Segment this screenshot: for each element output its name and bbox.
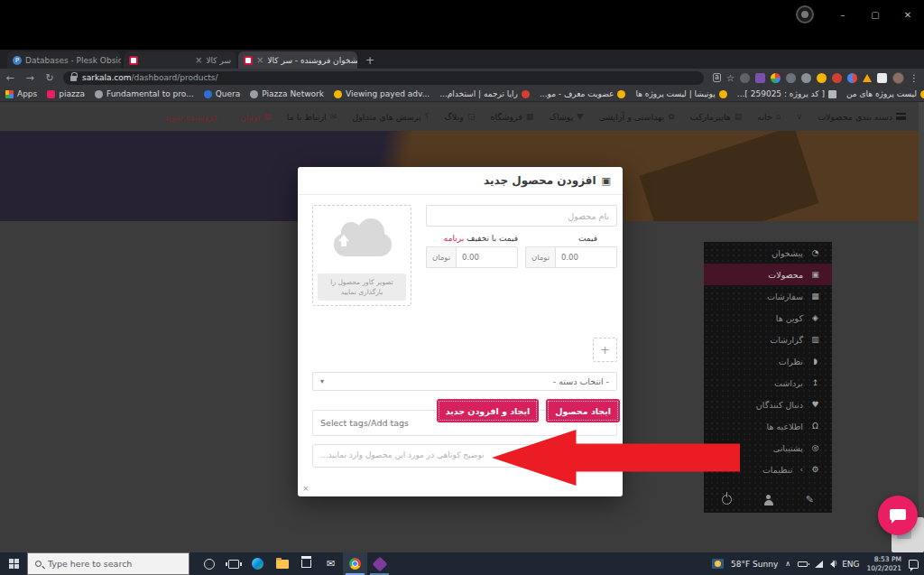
bookmark-item[interactable]: عضویت معرف - مو... [540,89,626,98]
bookmark-item[interactable]: Fundamental to pro... [95,89,194,98]
extension-icon[interactable] [801,73,811,83]
bookmark-item[interactable]: Viewing payed adv... [334,89,430,98]
bookmark-item[interactable]: Piazza Network [250,89,324,98]
cover-upload-dropzone[interactable]: تصویر کاور محصول را بارگذاری نمایید [312,205,411,306]
add-image-button[interactable]: + [593,338,617,362]
extension-icon[interactable] [847,73,857,83]
nav-blog[interactable]: ◲وبلاگ [444,112,475,122]
window-close-button[interactable]: ✕ [892,3,924,26]
modal-close-icon[interactable]: × [302,484,310,493]
page-scrollbar[interactable] [919,102,924,552]
nav-store[interactable]: ▦فروشگاه [490,112,533,122]
tab-sarkala[interactable]: × سر کالا [124,51,236,69]
task-view-button[interactable] [221,552,245,575]
nav-home[interactable]: ⌂خانه [757,112,781,122]
window-maximize-button[interactable]: ▢ [859,3,892,26]
bookmark-item[interactable]: piazza [47,89,85,98]
bookmark-star-icon[interactable]: ☆ [726,73,735,83]
logout-power-icon[interactable] [722,495,732,505]
nav-hypermarket[interactable]: ▤هایپرمارکت [690,112,743,122]
nav-clothing[interactable]: ▼پوشاک [549,112,583,122]
create-and-add-new-button[interactable]: ایجاد و افزودن جدید [437,399,540,422]
volume-icon[interactable] [830,561,835,568]
nav-beauty[interactable]: ✿بهداشتی و آرایشی [598,112,674,122]
bookmark-item[interactable]: [ کد پروژه : 259025 ]... [737,89,836,98]
drive-extension-icon[interactable] [863,74,872,82]
chrome-button-active[interactable] [343,552,367,575]
tray-expand-icon[interactable]: ∧ [785,560,790,568]
language-indicator[interactable]: ENG [842,560,859,569]
blog-icon: ◲ [467,112,476,121]
tab-close-icon[interactable]: × [256,55,263,65]
chat-fab-button[interactable] [878,496,918,535]
chrome-menu-icon[interactable]: ⋮ [910,73,919,83]
chevron-down-icon[interactable]: ∨ [797,112,803,121]
visual-studio-button[interactable] [367,552,392,575]
nav-label: فروشنده شوید [164,112,217,122]
bookmark-item[interactable]: پونیشا | لیست پروژه ها [635,89,726,98]
store-button[interactable] [294,552,319,575]
tab-seller-dashboard-active[interactable]: × پیشخوان فروشنده - سر کالا [238,51,357,69]
nav-faq[interactable]: ؟پرسش های متداول [352,112,429,122]
edge-button[interactable] [245,552,270,575]
bookmark-item[interactable]: لیست پروژه های من [846,89,924,98]
compose-edit-icon[interactable]: ✎ [806,494,814,505]
sidebar-item-reports[interactable]: ▥گزارشات [704,329,832,350]
piazza-icon [47,90,55,98]
price-input[interactable] [555,246,617,268]
category-select[interactable]: - انتخاب دسته - ▾ [312,372,617,391]
wifi-icon[interactable] [815,561,823,568]
window-minimize-button[interactable]: – [827,3,859,26]
extension-icon[interactable] [755,73,765,83]
bookmark-apps[interactable]: Apps [5,89,37,98]
new-tab-button[interactable]: + [363,53,377,68]
extension-icon[interactable] [771,73,781,83]
extension-icon[interactable] [740,73,750,83]
start-button[interactable] [0,552,27,575]
bookmark-label: piazza [59,89,85,98]
profile-icon[interactable] [763,495,774,505]
discount-price-label: قیمت با تخفیف برنامه [426,234,518,243]
sidebar-item-followers[interactable]: ♥دنبال کنندگان [704,394,832,415]
sidebar-item-coins[interactable]: ◈کوین ها [704,307,832,329]
reload-icon[interactable]: ↻ [40,72,60,84]
translate-icon[interactable]: a [713,73,721,82]
nav-contact[interactable]: ✉ارتباط با ما [287,112,337,122]
gray-doc-icon [828,90,836,98]
profile-avatar[interactable] [892,72,904,84]
nav-become-seller[interactable]: فروشنده شوید [164,112,217,122]
bookmark-item[interactable]: Quera [204,89,241,98]
sidebar-item-dashboard[interactable]: ◔پیشخوان [704,242,832,264]
sidebar-item-announcements[interactable]: Ωاطلاعیه ها [704,415,832,437]
taskbar-clock[interactable]: 8:53 PM10/2/2021 [867,555,901,573]
battery-icon[interactable] [798,561,808,567]
weather-text[interactable]: 58°F Sunny [731,560,778,569]
taskbar-search-input[interactable]: Type here to search [27,552,189,575]
extensions-puzzle-icon[interactable] [877,73,887,83]
discount-price-input[interactable] [456,246,518,268]
product-name-input[interactable] [426,205,617,227]
file-explorer-button[interactable] [270,552,294,575]
extension-icon[interactable] [786,73,796,83]
sidebar-item-products[interactable]: ▣محصولات [704,264,832,285]
bookmark-label: لیست پروژه های من [846,89,917,98]
extension-icon[interactable] [817,73,827,83]
tab-plesk[interactable]: Databases - Plesk Obsidian 18.0... × [7,51,121,69]
extension-icon[interactable] [832,73,842,83]
bookmark-item[interactable]: رایا ترجمه | استخدام... [439,89,530,98]
sidebar-item-comments[interactable]: ◗نظرات [704,350,832,372]
mail-button[interactable]: ✉ [319,552,343,575]
sidebar-item-withdraw[interactable]: ↥برداشت [704,372,832,394]
nav-categories[interactable]: دسته بندی محصولات [818,112,906,122]
tab-title: Databases - Plesk Obsidian 18.0... [25,56,121,65]
action-center-icon[interactable] [909,560,919,569]
nav-cart-amount[interactable]: ▤۰ تومان [233,112,272,122]
address-bar[interactable]: sarkala.com/dashboard/products/ [63,71,704,85]
question-icon: ؟ [425,112,430,121]
forward-icon[interactable]: → [20,72,40,84]
create-product-button[interactable]: ایجاد محصول [546,399,620,422]
tab-close-icon[interactable]: × [195,55,202,65]
cortana-button[interactable] [197,552,221,575]
sidebar-item-orders[interactable]: ▦سفارشات [704,285,832,307]
back-icon[interactable]: ← [0,72,20,84]
